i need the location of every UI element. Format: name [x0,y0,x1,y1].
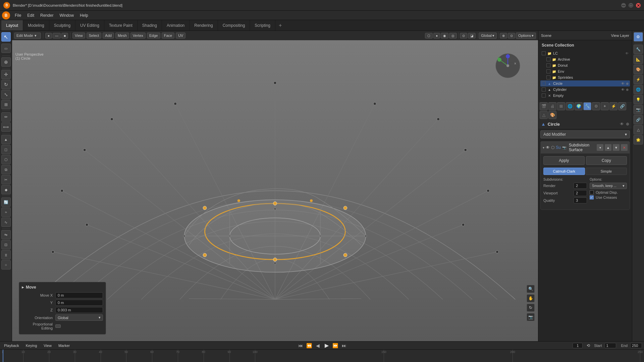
shrink-flatten-button[interactable]: ⊡ [1,240,11,249]
polypen-button[interactable]: ◆ [1,185,11,194]
donut-checkbox[interactable] [546,63,550,67]
modifier-edit-icon[interactable]: Su [556,145,561,150]
simple-button[interactable]: Simple [586,168,627,175]
nav-pan-button[interactable]: ✋ [527,294,535,302]
quality-input[interactable] [574,197,587,203]
tab-modeling[interactable]: Modeling [23,20,49,31]
modifier-visibility-icon[interactable]: 👁 [546,145,550,150]
overlays-button[interactable]: ⊙ [460,33,467,39]
annotate-tool-button[interactable]: ✏ [1,112,11,122]
tab-compositing[interactable]: Compositing [218,20,250,31]
view-layer-properties-tab[interactable]: ⊞ [557,102,565,110]
move-tool-button[interactable]: ✛ [1,70,11,79]
scale-tool-button[interactable]: ⤡ [1,90,11,99]
viewport-shading-solid[interactable]: ● [433,33,440,39]
move-z-value[interactable]: 0.003 m [55,307,103,313]
viewport-canvas[interactable]: User Perspective (1) Circle [12,40,538,341]
circle-visibility[interactable]: 👁 [621,82,625,85]
material-tab[interactable]: 🎨 [548,111,556,119]
edge-slide-button[interactable]: ⇋ [1,230,11,239]
inset-tool-button[interactable]: ◻ [1,145,11,154]
scene-properties-tab[interactable]: 🌐 [566,102,574,110]
nav-orbit-button[interactable]: ↻ [527,304,535,312]
collection-donut[interactable]: 📁 Donut [545,62,630,68]
transform-tool-button[interactable]: ⊞ [1,100,11,109]
step-back-button[interactable]: ⏪ [306,343,312,349]
sprinkles-checkbox[interactable] [546,75,550,79]
circle-checkbox[interactable] [542,81,546,85]
nav-camera-button[interactable]: 📷 [527,313,535,321]
modifier-camera-icon[interactable]: 📷 [562,146,566,149]
cylinder-checkbox[interactable] [542,87,546,92]
shear-button[interactable]: ⧖ [1,250,11,259]
object-empty[interactable]: ✕ Empty [540,93,630,99]
archive-checkbox[interactable] [546,57,550,61]
tab-scripting[interactable]: Scripting [250,20,275,31]
xray-button[interactable]: ◪ [468,33,476,39]
right-icon-4[interactable]: ⚡ [634,75,643,84]
vertex-menu[interactable]: Vertex [130,33,146,39]
object-properties-tab[interactable]: 🔧 [583,102,591,110]
modifier-realtime-icon[interactable]: ⬡ [551,145,554,150]
tab-shading[interactable]: Shading [138,20,162,31]
tab-uv-editing[interactable]: UV Editing [75,20,104,31]
right-icon-10[interactable]: 🌟 [634,135,643,144]
modifier-move-up-btn[interactable]: ▲ [605,144,611,151]
face-menu[interactable]: Face [162,33,174,39]
add-modifier-button[interactable]: Add Modifier ▾ [540,130,630,138]
tab-layout[interactable]: Layout [1,20,23,31]
empty-checkbox[interactable] [542,94,546,98]
output-properties-tab[interactable]: 🖨 [548,102,556,110]
extrude-tool-button[interactable]: ▲ [1,135,11,144]
particles-tab[interactable]: ✦ [601,102,609,110]
play-reverse-button[interactable]: ◀ [315,343,321,349]
tab-animation[interactable]: Animation [162,20,190,31]
modifier-properties-tab[interactable]: ⚙ [592,102,600,110]
options-button[interactable]: Options ▾ [516,33,536,39]
select-menu[interactable]: Select [87,33,102,39]
playback-menu[interactable]: Playback [2,343,21,348]
edit-mode-dropdown[interactable]: Edit Mode ▾ [14,33,41,39]
maximize-button[interactable]: □ [629,3,633,8]
nav-zoom-button[interactable]: 🔍 [527,285,535,293]
use-creases-checkbox[interactable]: ✓ [590,195,594,199]
smooth-tool-button[interactable]: ≈ [1,207,11,217]
to-sphere-button[interactable]: ○ [1,260,11,269]
right-icon-7[interactable]: 📷 [634,105,643,114]
play-button[interactable]: ▶ [324,343,330,349]
select-box-button[interactable]: ▭ [1,44,11,53]
collection-sprinkles[interactable]: 📁 Sprinkles [545,74,630,80]
tab-rendering[interactable]: Rendering [190,20,218,31]
right-icon-8[interactable]: 🔗 [634,115,643,124]
apply-button[interactable]: Apply [543,156,585,165]
menu-render[interactable]: Render [38,12,56,18]
prop-editing-toggle[interactable] [55,324,61,328]
object-circle[interactable]: ▲ Circle 👁 ⊕ [540,80,630,86]
env-checkbox[interactable] [546,69,550,73]
select-tool-button[interactable]: ↖ [1,32,11,42]
marker-menu[interactable]: Marker [56,343,72,348]
object-cylinder[interactable]: ▲ Cylinder 👁 ⊕ [540,86,630,93]
rotate-tool-button[interactable]: ↻ [1,80,11,89]
viewport-shading-rendered[interactable]: ◎ [449,33,457,39]
face-select-button[interactable]: ■ [61,33,68,39]
menu-window[interactable]: Window [57,12,76,18]
smooth-options-dropdown[interactable]: Smooth, keep ... ▾ [590,183,627,189]
proportional-edit-button[interactable]: ⊙ [508,33,515,39]
transform-orientation-dropdown[interactable]: Global ▾ [479,33,497,39]
timeline-view-menu[interactable]: View [42,343,54,348]
cylinder-visibility[interactable]: 👁 [621,88,625,92]
jump-start-button[interactable]: ⏮ [298,343,304,349]
physics-tab[interactable]: ⚡ [609,102,618,110]
copy-button[interactable]: Copy [586,156,627,165]
add-workspace-button[interactable]: + [275,20,285,31]
menu-help[interactable]: Help [77,12,91,18]
close-button[interactable]: ✕ [636,3,641,8]
mesh-menu[interactable]: Mesh [115,33,129,39]
collection-lc[interactable]: 📁 LC 👁 [540,50,630,56]
snap-button[interactable]: ⊕ [500,33,507,39]
collection-env[interactable]: 📁 Env [545,68,630,74]
randomize-button[interactable]: ∿ [1,218,11,227]
menu-file[interactable]: File [12,12,24,18]
right-icon-9[interactable]: △ [634,125,643,134]
